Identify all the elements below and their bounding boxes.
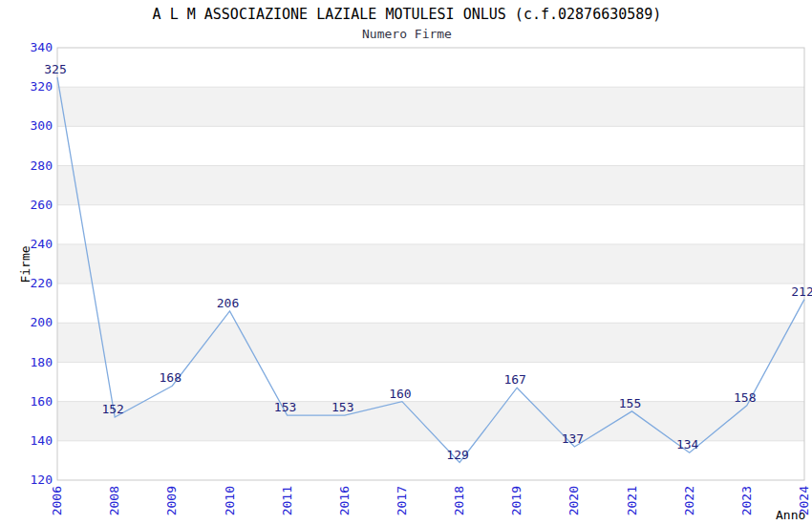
data-label: 167 xyxy=(503,372,525,387)
data-label: 206 xyxy=(217,296,239,310)
y-tick-labels: 120140160180200220240260280300320340 xyxy=(31,40,53,487)
x-tick-label: 2018 xyxy=(452,486,466,515)
y-tick-label: 180 xyxy=(31,355,53,369)
plot-band xyxy=(57,126,804,165)
data-label: 137 xyxy=(562,431,584,446)
y-tick-label: 120 xyxy=(31,472,53,487)
x-tick-label: 2023 xyxy=(739,486,754,515)
data-label: 134 xyxy=(676,437,699,452)
data-label: 129 xyxy=(446,448,468,462)
plot-bands xyxy=(57,48,804,480)
x-tick-label: 2020 xyxy=(566,486,581,515)
line-chart: 3251521682061531531601291671371551341582… xyxy=(0,0,812,525)
data-label: 153 xyxy=(331,400,353,414)
y-tick-label: 260 xyxy=(31,198,53,212)
plot-band xyxy=(57,284,804,323)
data-label: 325 xyxy=(44,62,66,76)
x-tick-label: 2016 xyxy=(337,486,352,515)
plot-band xyxy=(57,402,804,441)
x-tick-label: 2011 xyxy=(280,486,294,515)
data-label: 160 xyxy=(389,387,411,401)
x-tick-label: 2019 xyxy=(509,486,524,515)
y-tick-label: 300 xyxy=(31,118,53,133)
chart-container: 3251521682061531531601291671371551341582… xyxy=(0,0,812,525)
data-label: 168 xyxy=(160,370,182,385)
x-tick-label: 2008 xyxy=(107,486,121,515)
data-label: 153 xyxy=(274,400,296,414)
y-tick-label: 240 xyxy=(31,237,53,251)
plot-band xyxy=(57,87,804,126)
y-tick-label: 280 xyxy=(31,158,53,173)
y-tick-label: 200 xyxy=(31,315,53,329)
y-tick-label: 320 xyxy=(31,79,53,94)
x-tick-labels: 2006200820092010201120162017201820192020… xyxy=(50,486,811,515)
y-tick-label: 140 xyxy=(31,433,53,448)
plot-band xyxy=(57,323,804,362)
y-axis-title: Firme xyxy=(18,245,32,283)
plot-band xyxy=(57,48,804,87)
plot-band xyxy=(57,244,804,284)
x-tick-label: 2021 xyxy=(625,486,639,515)
y-tick-label: 160 xyxy=(31,394,53,409)
chart-title: A L M ASSOCIAZIONE LAZIALE MOTULESI ONLU… xyxy=(153,6,662,23)
plot-band xyxy=(57,205,804,244)
x-axis-title: Anno xyxy=(776,508,805,522)
chart-subtitle: Numero Firme xyxy=(362,27,452,41)
x-tick-label: 2022 xyxy=(682,486,696,515)
y-tick-label: 340 xyxy=(31,40,53,54)
x-tick-label: 2009 xyxy=(164,486,179,515)
data-label: 212 xyxy=(791,284,812,299)
x-tick-label: 2010 xyxy=(223,486,237,515)
x-tick-label: 2017 xyxy=(395,486,409,515)
x-tick-label: 2006 xyxy=(50,486,64,515)
data-label: 152 xyxy=(101,402,123,416)
plot-band xyxy=(57,166,804,205)
data-label: 155 xyxy=(619,396,641,410)
y-tick-label: 220 xyxy=(31,276,53,290)
data-label: 158 xyxy=(734,390,756,405)
